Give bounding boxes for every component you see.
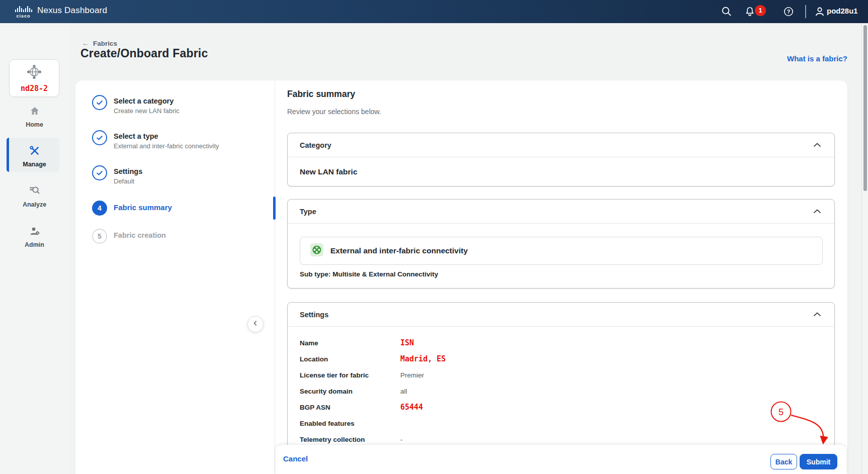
cluster-selector[interactable]: nd28-2 [9, 59, 59, 97]
svg-text:cisco: cisco [16, 14, 30, 19]
scrollbar-track[interactable] [861, 23, 868, 474]
footer-action-bar: Cancel Back Submit [276, 445, 846, 474]
what-is-a-fabric-link[interactable]: What is a fabric? [787, 54, 847, 63]
sidebar-item-admin[interactable]: Admin [0, 225, 69, 248]
back-arrow-icon: ← [82, 39, 90, 47]
wizard-step-select-type[interactable]: Select a type External and inter-fabric … [92, 130, 219, 150]
active-step-indicator [273, 197, 276, 220]
check-icon [92, 130, 107, 145]
settings-row-security-domain: Security domain all [300, 383, 822, 399]
settings-card-header[interactable]: Settings [288, 303, 834, 327]
step-subtitle: External and inter-fabric connectivity [114, 142, 219, 150]
step-title: Fabric summary [114, 201, 172, 212]
setting-label: Telemetry collection [300, 436, 400, 443]
chevron-up-icon[interactable] [812, 311, 822, 318]
step-title: Fabric creation [114, 229, 166, 239]
type-value: External and inter-fabric connectivity [330, 246, 468, 255]
sidebar-item-label: Analyze [23, 201, 46, 208]
collapse-steps-button[interactable] [247, 316, 264, 332]
back-button[interactable]: Back [770, 454, 797, 469]
setting-value: 65444 [400, 403, 423, 412]
category-card-title: Category [300, 141, 331, 149]
setting-value: all [400, 388, 407, 395]
chevron-up-icon[interactable] [812, 142, 822, 149]
cluster-icon [26, 64, 42, 82]
admin-icon [29, 225, 41, 239]
selected-type-tile[interactable]: External and inter-fabric connectivity [300, 237, 823, 265]
panel-divider [275, 80, 275, 474]
check-icon [92, 165, 107, 180]
app-title: Nexus Dashboard [37, 6, 107, 16]
breadcrumb[interactable]: ←Fabrics [82, 39, 117, 47]
summary-subheading: Review your selections below. [287, 108, 381, 116]
breadcrumb-label[interactable]: Fabrics [93, 40, 117, 47]
wizard-step-select-category[interactable]: Select a category Create new LAN fabric [92, 95, 180, 115]
svg-text:?: ? [787, 9, 791, 15]
settings-card-title: Settings [300, 311, 328, 319]
username-label[interactable]: pod28u1 [827, 7, 858, 15]
wizard-step-fabric-creation[interactable]: 5 Fabric creation [92, 229, 166, 244]
home-icon [29, 105, 41, 119]
sidebar-item-manage[interactable]: Manage [0, 145, 69, 168]
summary-heading: Fabric summary [287, 89, 355, 100]
cisco-logo-icon: cisco [14, 5, 34, 21]
sidebar-item-label: Manage [23, 161, 46, 168]
step-subtitle: Default [114, 177, 142, 185]
submit-button[interactable]: Submit [800, 454, 837, 469]
step-number-badge: 4 [92, 201, 107, 216]
category-card-header[interactable]: Category [288, 133, 834, 157]
help-icon[interactable]: ? [783, 6, 795, 18]
user-icon[interactable] [814, 6, 826, 18]
step-title: Select a type [114, 130, 219, 140]
top-header: cisco Nexus Dashboard 1 ? [0, 0, 868, 23]
wizard-step-settings[interactable]: Settings Default [92, 165, 142, 185]
page-title: Create/Onboard Fabric [80, 47, 208, 60]
type-card-header[interactable]: Type [288, 200, 834, 224]
settings-row-enabled-features: Enabled features [300, 415, 822, 431]
chevron-left-icon [250, 318, 261, 330]
left-nav-rail: nd28-2 Home Manage [0, 23, 69, 474]
type-card: Type External [287, 199, 835, 289]
nexus-dashboard-app: cisco Nexus Dashboard 1 ? [0, 0, 868, 474]
setting-value: Premier [400, 371, 424, 379]
analyze-icon [29, 185, 41, 199]
notifications-bell-icon[interactable] [744, 6, 756, 18]
setting-label: License tier for fabric [300, 371, 400, 379]
scrollbar-thumb[interactable] [863, 25, 867, 191]
settings-row-license-tier: License tier for fabric Premier [300, 367, 822, 383]
setting-label: Location [300, 355, 400, 363]
setting-label: Security domain [300, 388, 400, 395]
cancel-link[interactable]: Cancel [283, 454, 308, 463]
setting-value: ISN [400, 338, 414, 347]
sidebar-item-analyze[interactable]: Analyze [0, 185, 69, 208]
category-value: New LAN fabric [288, 157, 834, 186]
manage-tools-icon [29, 145, 41, 159]
type-card-title: Type [300, 208, 316, 216]
sidebar-item-home[interactable]: Home [0, 105, 69, 128]
fabric-type-icon [310, 243, 323, 258]
notification-badge[interactable]: 1 [755, 5, 766, 16]
setting-value: Madrid, ES [400, 354, 446, 363]
settings-row-name: Name ISN [300, 335, 822, 351]
settings-row-bgp-asn: BGP ASN 65444 [300, 399, 822, 415]
category-card: Category New LAN fabric [287, 133, 835, 186]
setting-label: Enabled features [300, 420, 400, 427]
setting-label: BGP ASN [300, 404, 400, 411]
settings-rows: Name ISN Location Madrid, ES License tie… [300, 335, 822, 447]
wizard-step-fabric-summary[interactable]: 4 Fabric summary [92, 201, 172, 216]
step-title: Settings [114, 165, 142, 175]
header-divider [805, 5, 806, 18]
setting-label: Name [300, 339, 400, 347]
sidebar-item-label: Home [26, 121, 43, 128]
check-icon [92, 95, 107, 110]
step-title: Select a category [114, 95, 180, 105]
chevron-up-icon[interactable] [812, 208, 822, 215]
sidebar-item-label: Admin [25, 241, 44, 248]
cluster-name: nd28-2 [21, 84, 48, 93]
subtype-label: Sub type: Multisite & External Connectiv… [300, 270, 438, 278]
step-number-badge: 5 [92, 229, 107, 244]
setting-value: - [400, 436, 403, 443]
step-subtitle: Create new LAN fabric [114, 107, 180, 115]
search-icon[interactable] [721, 6, 733, 18]
settings-row-location: Location Madrid, ES [300, 351, 822, 367]
